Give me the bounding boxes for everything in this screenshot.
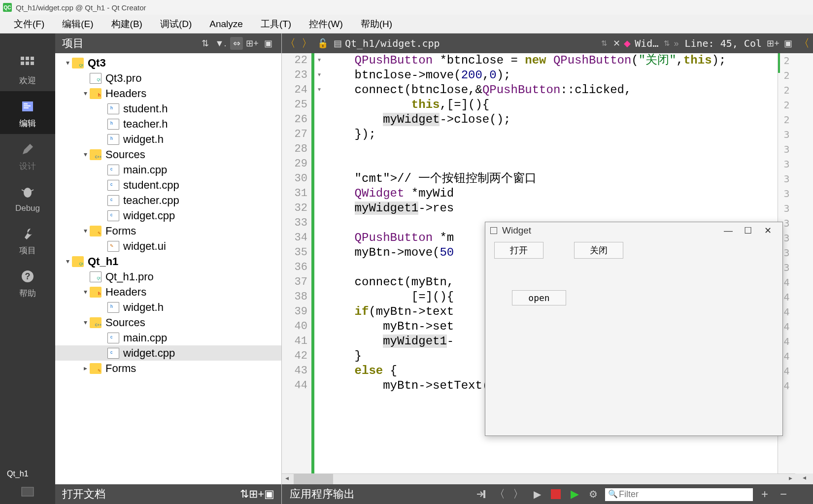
open-docs-add-icon[interactable]: ⊞+ xyxy=(249,488,264,501)
menu-file[interactable]: 文件(F) xyxy=(5,16,53,33)
line-col-indicator[interactable]: Line: 45, Col xyxy=(684,37,762,49)
window-maximize-icon[interactable]: ☐ xyxy=(738,225,758,236)
menu-tools[interactable]: 工具(T) xyxy=(252,16,300,33)
mode-debug[interactable]: Debug xyxy=(0,177,55,218)
output-step-icon[interactable] xyxy=(474,487,488,501)
tree-node[interactable]: Qt_h1.pro xyxy=(55,269,281,284)
mode-design[interactable]: 设计 xyxy=(0,134,55,177)
running-app-window[interactable]: Widget — ☐ ✕ 打开 关闭 open xyxy=(485,222,783,436)
mode-help[interactable]: ? 帮助 xyxy=(0,261,55,304)
menu-analyze[interactable]: Analyze xyxy=(201,17,252,32)
tree-node[interactable]: Forms xyxy=(55,223,281,238)
output-minus-icon[interactable]: − xyxy=(777,487,790,501)
tree-node[interactable]: widget.h xyxy=(55,300,281,315)
tree-arrow-icon[interactable] xyxy=(63,58,72,68)
output-run-icon[interactable]: ▶ xyxy=(530,487,544,501)
right-nav-back-icon[interactable]: 〈 xyxy=(795,34,813,53)
menu-edit[interactable]: 编辑(E) xyxy=(53,16,102,33)
filter-icon[interactable]: ▼. xyxy=(214,38,227,49)
output-settings-icon[interactable]: ⚙ xyxy=(586,487,600,501)
tree-node[interactable]: Sources xyxy=(55,315,281,330)
tree-node[interactable]: main.cpp xyxy=(55,162,281,177)
open-docs-arrows-icon[interactable]: ⇅ xyxy=(240,488,249,501)
editor-hscrollbar[interactable]: ◂ ▸ xyxy=(282,473,795,484)
tree-node[interactable]: teacher.cpp xyxy=(55,193,281,208)
line-number-gutter[interactable]: 2223242526272829303132333435363738394041… xyxy=(282,53,311,473)
tree-arrow-icon[interactable] xyxy=(81,88,90,99)
tree-node[interactable]: Qt_h1 xyxy=(55,254,281,269)
lock-icon[interactable]: 🔓 xyxy=(317,38,328,49)
tree-node[interactable]: student.h xyxy=(55,101,281,116)
tree-node[interactable]: widget.cpp xyxy=(55,208,281,223)
right-editor-rail: 〈 ◂ xyxy=(795,34,813,504)
file-ui-icon xyxy=(107,241,119,252)
hscroll-thumb[interactable] xyxy=(294,474,333,484)
nav-forward-icon[interactable]: 〉 xyxy=(299,36,315,51)
output-stop-icon[interactable] xyxy=(549,487,563,501)
tree-node[interactable]: Qt3 xyxy=(55,55,281,70)
tree-arrow-icon[interactable] xyxy=(81,226,90,236)
tree-arrow-icon[interactable] xyxy=(81,363,90,373)
pane-arrows-icon[interactable]: ⇅ xyxy=(199,38,211,49)
tree-node[interactable]: student.cpp xyxy=(55,177,281,193)
collapse-icon[interactable]: ▣ xyxy=(262,38,274,49)
menu-help[interactable]: 帮助(H) xyxy=(352,16,401,33)
symbol-arrows-icon[interactable]: ⇅ xyxy=(664,39,670,48)
tree-arrow-icon[interactable] xyxy=(81,287,90,297)
tree-arrow-icon[interactable] xyxy=(81,149,90,160)
tree-node[interactable]: main.cpp xyxy=(55,330,281,345)
menu-build[interactable]: 构建(B) xyxy=(102,16,151,33)
output-prev-icon[interactable]: 〈 xyxy=(493,487,507,501)
link-icon[interactable]: ⇔ xyxy=(230,37,243,50)
symbol-selector[interactable]: Wid… xyxy=(635,37,658,49)
window-close-icon[interactable]: ✕ xyxy=(758,225,778,236)
nav-back-icon[interactable]: 〈 xyxy=(282,36,299,51)
tree-node[interactable]: teacher.h xyxy=(55,116,281,132)
tree-label: student.h xyxy=(123,101,168,117)
tree-node[interactable]: Headers xyxy=(55,86,281,101)
open-docs-close-icon[interactable]: ▣ xyxy=(264,488,274,501)
project-tree[interactable]: Qt3Qt3.proHeadersstudent.hteacher.hwidge… xyxy=(55,53,281,484)
output-filter-wrap: 🔍 xyxy=(605,487,753,501)
tree-node[interactable]: Forms xyxy=(55,361,281,376)
hscroll-left-arrow[interactable]: ◂ xyxy=(282,474,292,484)
open-docs-header: 打开文档 ⇅ ⊞+ ▣ xyxy=(55,484,281,504)
output-add-icon[interactable]: + xyxy=(758,487,772,501)
svg-rect-8 xyxy=(24,105,31,106)
split-close-icon[interactable]: ▣ xyxy=(780,38,795,49)
output-next-icon[interactable]: 〉 xyxy=(511,487,525,501)
tree-node[interactable]: widget.h xyxy=(55,132,281,147)
mode-edit[interactable]: 编辑 xyxy=(0,91,55,134)
file-switch-arrows-icon[interactable]: ⇅ xyxy=(601,39,608,48)
fold-column[interactable]: ▾▾▾ xyxy=(314,53,324,473)
tree-node[interactable]: widget.ui xyxy=(55,238,281,254)
right-hscroll-arrow[interactable]: ◂ xyxy=(795,473,813,484)
app-button-close-cn[interactable]: 关闭 xyxy=(574,242,623,259)
output-filter-input[interactable] xyxy=(605,488,753,501)
window-minimize-icon[interactable]: — xyxy=(718,226,738,236)
add-split-icon[interactable]: ⊞+ xyxy=(246,38,259,49)
output-restart-icon[interactable]: ▶ xyxy=(568,487,581,501)
tree-node[interactable]: Qt3.pro xyxy=(55,70,281,86)
tree-node[interactable]: Sources xyxy=(55,147,281,162)
tree-arrow-icon[interactable] xyxy=(63,256,72,267)
close-file-icon[interactable]: ✕ xyxy=(609,38,624,49)
menu-debug[interactable]: 调试(D) xyxy=(151,16,201,33)
mode-project[interactable]: 项目 xyxy=(0,218,55,261)
tree-arrow-icon[interactable] xyxy=(81,317,90,328)
app-button-open-cn[interactable]: 打开 xyxy=(494,242,543,259)
menu-widgets[interactable]: 控件(W) xyxy=(300,16,352,33)
output-pane-title[interactable]: 应用程序输出 xyxy=(282,487,363,502)
tree-node[interactable]: widget.cpp xyxy=(55,345,281,361)
hscroll-right-arrow[interactable]: ▸ xyxy=(785,474,795,484)
current-file-path[interactable]: Qt_h1/widget.cpp xyxy=(345,37,440,49)
run-config-project[interactable]: Qt_h1 xyxy=(0,466,55,478)
tree-node[interactable]: Headers xyxy=(55,284,281,300)
mode-welcome[interactable]: 欢迎 xyxy=(0,48,55,91)
file-h-icon xyxy=(107,302,119,313)
app-button-open-en[interactable]: open xyxy=(512,290,566,305)
tree-label: widget.cpp xyxy=(123,345,175,361)
run-target-icon[interactable] xyxy=(20,484,35,500)
running-app-titlebar[interactable]: Widget — ☐ ✕ xyxy=(485,222,782,239)
split-add-icon[interactable]: ⊞+ xyxy=(766,38,780,49)
